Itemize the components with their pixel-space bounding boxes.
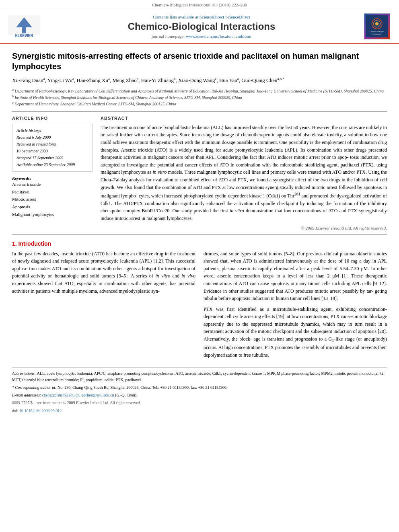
abstract-text: The treatment outcome of acute lymphobla… (101, 124, 387, 222)
sciencedirect-link[interactable]: Contents lists available at ScienceDirec… (40, 14, 363, 19)
article-dates: Received 6 July 2009 Received in revised… (16, 134, 88, 168)
accepted-date: Accepted 17 September 2009 (16, 154, 88, 161)
section-divider (12, 234, 387, 235)
intro-para-right-1: dromes, and some types of solid tumors [… (204, 250, 387, 302)
doi-line: doi: 10.1016/j.cbi.2009.09.012 (12, 408, 387, 414)
sciencedirect-text: Contents lists available at ScienceDirec… (153, 14, 224, 19)
journal-name: Chemico-Biological Interactions (40, 21, 363, 32)
homepage-line: journal homepage: www.elsevier.com/locat… (40, 34, 363, 39)
keyword-3: Mitotic arrest (12, 195, 93, 203)
homepage-label: journal homepage: (152, 34, 185, 39)
keywords-label: Keywords: (12, 176, 93, 181)
body-columns: In the past few decades, arsenic trioxid… (12, 250, 387, 362)
homepage-url[interactable]: www.elsevier.com/locate/chembioint (186, 34, 251, 39)
abbreviations-text: ALL, acute lymphocytic leukemia; APC/C, … (12, 371, 385, 382)
doi-link[interactable]: 10.1016/j.cbi.2009.09.012 (19, 409, 62, 413)
email-attribution: (G.-Q. Chen). (115, 393, 138, 397)
corresponding-author: * Corresponding author at: No. 280, Chan… (12, 384, 387, 391)
revised-date: 10 September 2009 (16, 148, 88, 154)
keywords-list: Arsenic trioxide Paclitaxel Mitotic arre… (12, 181, 93, 218)
elsevier-logo: ELSEVIER ELSEVIER (8, 15, 40, 38)
article-content: Synergistic mitosis-arresting effects of… (0, 44, 399, 418)
info-abstract-columns: ARTICLE INFO Article history: Received 6… (12, 116, 387, 230)
svg-text:Interactions: Interactions (372, 33, 381, 35)
doi-text: 10.1016/j.cbi.2009.09.012 (19, 409, 62, 413)
article-info-heading: ARTICLE INFO (12, 116, 93, 121)
email-line: E-mail addresses: chengq@shsmu.edu.cn, g… (12, 392, 387, 398)
right-column: ABSTRACT The treatment outcome of acute … (101, 116, 387, 230)
revised-label: Received in revised form (16, 141, 88, 148)
journal-header: ELSEVIER ELSEVIER Contents lists availab… (0, 9, 399, 44)
abstract-heading: ABSTRACT (101, 116, 387, 121)
body-right: dromes, and some types of solid tumors [… (204, 250, 387, 362)
journal-thumbnail: Chemico-Biological Interactions (363, 13, 391, 39)
received-date: Received 6 July 2009 (16, 134, 88, 141)
divider (12, 111, 387, 112)
svg-point-6 (375, 22, 378, 25)
intro-para-1: In the past few decades, arsenic trioxid… (12, 250, 195, 295)
issn-text: 0009-2797/$ – see front matter © 2009 El… (12, 401, 141, 405)
keyword-1: Arsenic trioxide (12, 181, 93, 188)
intro-para-right-2: PTX was first identified as a microtubul… (204, 306, 387, 359)
corresponding-text: No. 280, Chang-Qing South Rd, Shanghai 2… (58, 385, 228, 390)
abbreviations: Abbreviations: ALL, acute lymphocytic le… (12, 370, 387, 383)
email-address-2[interactable]: gqchen@sjtu.edu.cn (81, 393, 114, 397)
copyright: © 2009 Elsevier Ireland Ltd. All rights … (101, 226, 387, 230)
intro-heading: 1. Introduction (12, 240, 387, 247)
journal-citation: Chemico-Biological Interactions 183 (201… (152, 2, 247, 7)
email-address-1[interactable]: chengq@shsmu.edu.cn (42, 393, 80, 397)
abbreviations-label: Abbreviations: (12, 371, 37, 376)
keyword-2: Paclitaxel (12, 188, 93, 196)
svg-text:Chemico-Biological: Chemico-Biological (370, 31, 384, 33)
article-info-box: Article history: Received 6 July 2009 Re… (12, 124, 93, 172)
keyword-4: Apoptosis (12, 203, 93, 211)
issn-line: 0009-2797/$ – see front matter © 2009 El… (12, 400, 387, 406)
footnotes-section: Abbreviations: ALL, acute lymphocytic le… (12, 368, 387, 414)
journal-cover-image: Chemico-Biological Interactions (364, 13, 390, 39)
doi-label: doi: (12, 409, 19, 413)
body-left: In the past few decades, arsenic trioxid… (12, 250, 195, 362)
journal-top-bar: Chemico-Biological Interactions 183 (201… (0, 0, 399, 9)
introduction-section: 1. Introduction In the past few decades,… (12, 240, 387, 362)
affiliations: a Department of Pathophysiology, Key Lab… (12, 88, 387, 107)
article-history-label: Article history: (16, 127, 88, 134)
online-date: Available online 23 September 2009 (16, 161, 88, 168)
article-title: Synergistic mitosis-arresting effects of… (12, 51, 387, 72)
authors: Xu-Fang Duana, Ying-Li Wua, Han-Zhang Xu… (12, 76, 387, 84)
keywords-section: Keywords: Arsenic trioxide Paclitaxel Mi… (12, 176, 93, 218)
keyword-5: Malignant lymphocytes (12, 211, 93, 218)
left-column: ARTICLE INFO Article history: Received 6… (12, 116, 93, 230)
journal-center-block: Contents lists available at ScienceDirec… (40, 14, 363, 39)
